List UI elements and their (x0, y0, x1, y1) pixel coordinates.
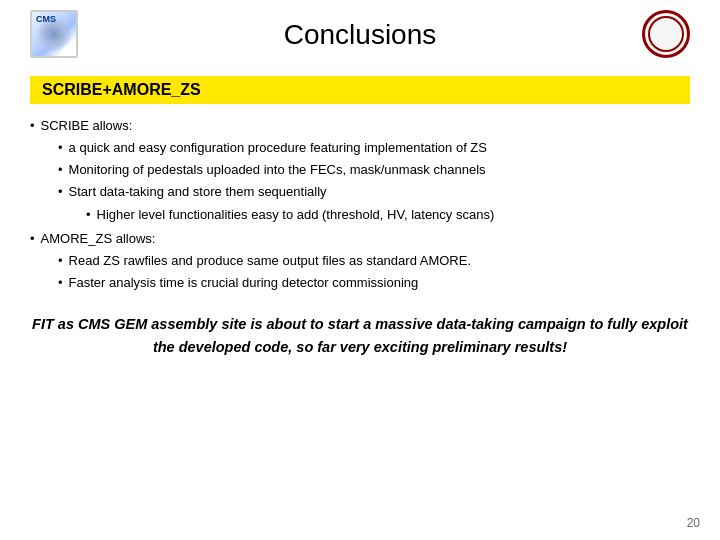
bullet-symbol-amore: • (30, 229, 35, 249)
bullet-symbol-amore-2: • (58, 273, 63, 293)
page-number: 20 (687, 516, 700, 530)
bullet-symbol-l2c: • (58, 182, 63, 202)
scribe-sub-bullet: • Higher level functionalities easy to a… (86, 205, 690, 225)
slide: CMS Conclusions SCRIBE+AMORE_ZS • SCRIBE… (0, 0, 720, 540)
scribe-bullet-1-text: a quick and easy configuration procedure… (69, 138, 487, 158)
italic-conclusion: FIT as CMS GEM assembly site is about to… (30, 313, 690, 359)
bullet-symbol-amore-1: • (58, 251, 63, 271)
bullet-symbol-l3: • (86, 205, 91, 225)
amore-bullet-2-text: Faster analysis time is crucial during d… (69, 273, 419, 293)
yellow-banner-text: SCRIBE+AMORE_ZS (42, 81, 201, 98)
page-title: Conclusions (284, 19, 437, 51)
amore-intro-item: • AMORE_ZS allows: (30, 229, 690, 249)
yellow-banner: SCRIBE+AMORE_ZS (30, 76, 690, 104)
scribe-bullet-3-text: Start data-taking and store them sequent… (69, 182, 327, 202)
scribe-bullet-2-text: Monitoring of pedestals uploaded into th… (69, 160, 486, 180)
amore-intro-text: AMORE_ZS allows: (41, 229, 156, 249)
scribe-intro-text: SCRIBE allows: (41, 116, 133, 136)
main-content: • SCRIBE allows: • a quick and easy conf… (30, 116, 690, 360)
scribe-bullet-1: • a quick and easy configuration procedu… (58, 138, 690, 158)
amore-bullet-1: • Read ZS rawfiles and produce same outp… (58, 251, 690, 271)
scribe-sub-bullet-text: Higher level functionalities easy to add… (97, 205, 495, 225)
right-logo-circle (642, 10, 690, 58)
cms-logo: CMS (30, 10, 78, 58)
scribe-bullet-3: • Start data-taking and store them seque… (58, 182, 690, 202)
scribe-bullet-2: • Monitoring of pedestals uploaded into … (58, 160, 690, 180)
bullet-symbol-l1: • (30, 116, 35, 136)
scribe-intro-item: • SCRIBE allows: (30, 116, 690, 136)
slide-header: CMS Conclusions (30, 10, 690, 60)
italic-conclusion-text: FIT as CMS GEM assembly site is about to… (32, 316, 688, 355)
bullet-symbol-l2b: • (58, 160, 63, 180)
bullet-symbol-l2a: • (58, 138, 63, 158)
amore-bullet-2: • Faster analysis time is crucial during… (58, 273, 690, 293)
right-logo (642, 10, 690, 58)
amore-bullet-1-text: Read ZS rawfiles and produce same output… (69, 251, 471, 271)
